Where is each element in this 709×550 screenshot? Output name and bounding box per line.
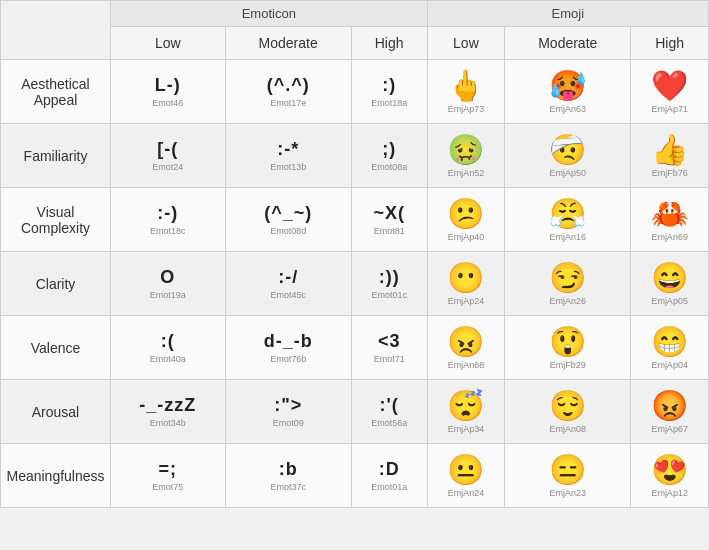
emoji-cell-2-0: 😕 EmjAp40: [427, 188, 505, 252]
emoji-char: 🥵: [549, 69, 586, 102]
emoji-char: 😏: [549, 261, 586, 294]
emoticon-text: d-_-b: [264, 331, 313, 352]
emoji-char: 😶: [447, 261, 484, 294]
emoji-char: 😑: [549, 453, 586, 486]
col-emoticon-moderate: Moderate: [225, 27, 351, 60]
emoticon-cell-5-1: :"> Emot09: [225, 380, 351, 444]
emoji-cell-6-0: 😐 EmjAn24: [427, 444, 505, 508]
emoticon-text: -_-zzZ: [139, 395, 196, 416]
emoticon-code: Emot01c: [371, 290, 407, 300]
emoticon-code: Emot08a: [371, 162, 407, 172]
emoji-code: EmjAn08: [550, 424, 587, 434]
emoticon-cell-5-2: :'( Emot56a: [351, 380, 427, 444]
emoji-cell-4-1: 😲 EmjFb29: [505, 316, 631, 380]
emoticon-code: Emot71: [374, 354, 405, 364]
emoji-code: EmjAp40: [448, 232, 485, 242]
emoji-code: EmjAn16: [550, 232, 587, 242]
emoticon-code: Emot76b: [270, 354, 306, 364]
emoticon-text: :(: [161, 331, 175, 352]
emoji-code: EmjAn52: [448, 168, 485, 178]
emoji-char: 😌: [549, 389, 586, 422]
emoji-char: 🤕: [549, 133, 586, 166]
main-table: Emoticon Emoji Low Moderate High Low Mod…: [0, 0, 709, 508]
emoji-cell-0-1: 🥵 EmjAn63: [505, 60, 631, 124]
emoji-code: EmjAp34: [448, 424, 485, 434]
emoji-code: EmjAp50: [550, 168, 587, 178]
emoticon-cell-3-0: O Emot19a: [111, 252, 226, 316]
emoticon-cell-2-2: ~X( Emot81: [351, 188, 427, 252]
emoticon-cell-2-0: :-) Emot18c: [111, 188, 226, 252]
emoji-cell-5-1: 😌 EmjAn08: [505, 380, 631, 444]
emoticon-cell-3-2: :)) Emot01c: [351, 252, 427, 316]
emoticon-code: Emot46: [152, 98, 183, 108]
emoji-cell-0-0: 🖕 EmjAp73: [427, 60, 505, 124]
emoji-char: ❤️: [651, 69, 688, 102]
emoji-cell-6-2: 😍 EmjAp12: [631, 444, 709, 508]
emoji-cell-0-2: ❤️ EmjAp71: [631, 60, 709, 124]
col-emoji-high: High: [631, 27, 709, 60]
emoji-cell-2-1: 😤 EmjAn16: [505, 188, 631, 252]
emoji-cell-3-1: 😏 EmjAn26: [505, 252, 631, 316]
emoji-cell-4-0: 😠 EmjAn68: [427, 316, 505, 380]
emoji-cell-1-2: 👍 EmjFb76: [631, 124, 709, 188]
emoticon-text: :-*: [277, 139, 299, 160]
emoji-char: 😤: [549, 197, 586, 230]
col-emoticon-low: Low: [111, 27, 226, 60]
emoticon-cell-4-1: d-_-b Emot76b: [225, 316, 351, 380]
emoticon-text: O: [160, 267, 175, 288]
emoji-char: 😡: [651, 389, 688, 422]
row-label: Visual Complexity: [1, 188, 111, 252]
emoticon-code: Emot19a: [150, 290, 186, 300]
emoji-code: EmjFb29: [550, 360, 586, 370]
table-row: Clarity O Emot19a :-/ Emot45c :)) Emot01…: [1, 252, 709, 316]
emoticon-cell-6-2: :D Emot01a: [351, 444, 427, 508]
emoji-code: EmjAn69: [651, 232, 688, 242]
emoji-group-header: Emoji: [427, 1, 708, 27]
emoticon-cell-4-0: :( Emot40a: [111, 316, 226, 380]
emoji-cell-1-1: 🤕 EmjAp50: [505, 124, 631, 188]
emoticon-code: Emot08d: [270, 226, 306, 236]
emoji-code: EmjAp04: [651, 360, 688, 370]
emoticon-code: Emot17e: [270, 98, 306, 108]
emoji-code: EmjAp71: [651, 104, 688, 114]
emoticon-cell-1-2: ;) Emot08a: [351, 124, 427, 188]
emoji-code: EmjAp73: [448, 104, 485, 114]
emoticon-text: :): [382, 75, 396, 96]
emoji-char: 🖕: [447, 69, 484, 102]
emoji-char: 🤢: [447, 133, 484, 166]
emoticon-text: (^.^): [267, 75, 310, 96]
table-row: Meaningfulness =; Emot75 :b Emot37c :D E…: [1, 444, 709, 508]
emoji-code: EmjAn23: [550, 488, 587, 498]
emoticon-cell-5-0: -_-zzZ Emot34b: [111, 380, 226, 444]
corner-cell: [1, 1, 111, 60]
emoji-code: EmjAn63: [550, 104, 587, 114]
emoji-code: EmjAn26: [550, 296, 587, 306]
col-emoji-moderate: Moderate: [505, 27, 631, 60]
emoticon-text: :'(: [380, 395, 399, 416]
emoticon-text: <3: [378, 331, 401, 352]
emoticon-cell-1-1: :-* Emot13b: [225, 124, 351, 188]
emoticon-cell-0-2: :) Emot18a: [351, 60, 427, 124]
emoji-code: EmjAp05: [651, 296, 688, 306]
emoticon-code: Emot34b: [150, 418, 186, 428]
emoticon-code: Emot01a: [371, 482, 407, 492]
emoticon-text: :b: [279, 459, 298, 480]
emoji-char: 😲: [549, 325, 586, 358]
table-row: Visual Complexity :-) Emot18c (^_~) Emot…: [1, 188, 709, 252]
emoji-char: 😠: [447, 325, 484, 358]
emoji-code: EmjAp67: [651, 424, 688, 434]
row-label: Valence: [1, 316, 111, 380]
emoticon-cell-0-1: (^.^) Emot17e: [225, 60, 351, 124]
emoticon-cell-2-1: (^_~) Emot08d: [225, 188, 351, 252]
emoticon-text: :-): [157, 203, 178, 224]
emoticon-cell-6-1: :b Emot37c: [225, 444, 351, 508]
table-row: Aesthetical Appeal L-) Emot46 (^.^) Emot…: [1, 60, 709, 124]
emoji-cell-5-2: 😡 EmjAp67: [631, 380, 709, 444]
emoticon-code: Emot13b: [270, 162, 306, 172]
col-emoticon-high: High: [351, 27, 427, 60]
emoji-char: 😕: [447, 197, 484, 230]
emoticon-text: :">: [274, 395, 302, 416]
emoticon-code: Emot45c: [270, 290, 306, 300]
emoji-cell-3-2: 😄 EmjAp05: [631, 252, 709, 316]
row-label: Clarity: [1, 252, 111, 316]
